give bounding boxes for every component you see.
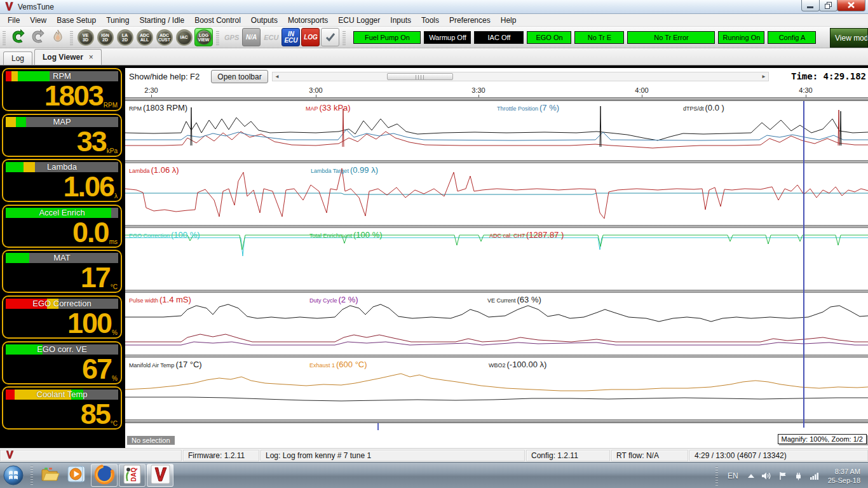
statusbar-section-3: Log: Log from kenny # 7 tune 1	[261, 450, 525, 461]
taskbar-file-explorer-button[interactable]	[38, 463, 62, 487]
menu-item-view[interactable]: View	[25, 15, 51, 26]
network-signal-icon[interactable]	[810, 471, 820, 480]
signal-name: dTPS/dt	[683, 105, 704, 112]
adc-cust-button[interactable]: ADCCUST	[155, 28, 173, 46]
reload-green-arrow-icon	[10, 28, 26, 46]
taskbar-idaq-button[interactable]: DAQ	[119, 464, 146, 487]
log-view-button[interactable]: LOGVIEW	[194, 28, 213, 46]
menu-item-file[interactable]: File	[3, 15, 25, 26]
taskbar-grip[interactable]	[31, 466, 33, 485]
gauge-sidebar: RPM1803RPMMAP33kPaLambda1.06λAccel Enric…	[0, 65, 125, 448]
menu-item-help[interactable]: Help	[496, 15, 522, 26]
menu-item-starting-idle[interactable]: Starting / Idle	[134, 15, 189, 26]
reload-active-button[interactable]	[9, 28, 27, 46]
scroll-left-icon[interactable]: ◄	[275, 74, 280, 79]
menu-item-outputs[interactable]: Outputs	[246, 15, 283, 26]
signal-label-total-enrichment: Total Enrichment(100 %)	[309, 230, 383, 240]
ign-2d-button[interactable]: IGN2D	[96, 28, 114, 46]
adc-all-button[interactable]: ADCALL	[135, 28, 154, 46]
scrollbar-thumb[interactable]	[387, 73, 453, 80]
gauge-reading: 85°C	[81, 400, 118, 428]
ve-3d-button[interactable]: VE3D	[76, 28, 95, 46]
toolbar-grip[interactable]	[216, 30, 219, 45]
log-chart-area[interactable]: Show/hide help: F2 Open toolbar ◄ ► Time…	[125, 68, 868, 448]
menu-item-ecu-logger[interactable]: ECU Logger	[333, 15, 385, 26]
in-ecu-button[interactable]: INECU	[281, 28, 300, 46]
restore-button[interactable]	[819, 0, 837, 11]
burn-button[interactable]	[48, 28, 67, 46]
menu-item-inputs[interactable]: Inputs	[385, 15, 416, 26]
menu-item-motorsports[interactable]: Motorsports	[283, 15, 333, 26]
action-center-flag-icon[interactable]	[778, 471, 787, 480]
confirm-check-button[interactable]	[321, 28, 339, 46]
view-mode-button[interactable]: View mod	[830, 28, 868, 48]
taskbar-media-player-button[interactable]	[65, 463, 89, 487]
menu-item-tools[interactable]: Tools	[416, 15, 444, 26]
windows-start-button[interactable]	[1, 463, 25, 487]
help-hint-text: Show/hide help: F2	[129, 72, 200, 81]
tab-label: Log	[11, 54, 24, 63]
chart-cursor-line[interactable]	[803, 101, 804, 428]
scroll-right-icon[interactable]: ►	[761, 74, 766, 79]
taskbar-firefox-button[interactable]	[91, 464, 118, 487]
status-running-on[interactable]: Running On	[718, 31, 764, 44]
toolbar-grip[interactable]	[3, 30, 6, 45]
status-ego-on[interactable]: EGO On	[527, 31, 571, 44]
log-button[interactable]: LOG	[301, 28, 320, 46]
ign-2d-icon: IGN2D	[97, 29, 114, 46]
la-2d-button[interactable]: LA2D	[116, 28, 134, 46]
taskbar-clock[interactable]: 8:37 AM 25-Sep-18	[828, 467, 860, 485]
tab-log[interactable]: Log	[3, 51, 32, 65]
status-no-tr-e[interactable]: No Tr E	[574, 31, 624, 44]
close-button[interactable]	[837, 0, 865, 11]
panel-separator	[125, 419, 868, 423]
toolbar-grip[interactable]	[342, 30, 346, 45]
power-plug-icon[interactable]	[794, 471, 803, 480]
gauge-mat: MAT17°C	[2, 250, 122, 293]
iac-button[interactable]: IAC	[175, 28, 193, 46]
menu-item-tuning[interactable]: Tuning	[101, 15, 134, 26]
menu-item-preferences[interactable]: Preferences	[444, 15, 496, 26]
reload-inactive-button[interactable]	[29, 28, 47, 46]
signal-value: (0.0 )	[705, 103, 724, 112]
statusbar-text: Config: 1.2.11	[531, 451, 578, 460]
gauge-unit: kPa	[107, 147, 118, 154]
minimize-button[interactable]	[801, 0, 820, 11]
gauge-accel-enrich: Accel Enrich0.0ms	[2, 205, 122, 248]
taskbar-vemstune-button[interactable]	[147, 464, 173, 487]
gauge-reading: 67%	[82, 355, 118, 383]
volume-icon[interactable]	[761, 471, 772, 480]
status-fuel-pump-on[interactable]: Fuel Pump On	[353, 31, 421, 44]
media-player-icon	[67, 465, 86, 485]
gauge-map: MAP33kPa	[2, 114, 122, 157]
status-no-tr-error[interactable]: No Tr Error	[627, 31, 715, 44]
gauge-value: 17	[81, 264, 110, 292]
toolbar-grip[interactable]	[70, 30, 73, 45]
signal-value: (7 %)	[539, 103, 559, 112]
gauge-value: 1803	[44, 82, 103, 110]
chart-horizontal-scrollbar[interactable]: ◄ ►	[272, 72, 769, 81]
selection-marker	[377, 423, 379, 430]
ve-3d-icon: VE3D	[78, 29, 94, 46]
open-toolbar-button[interactable]: Open toolbar	[211, 70, 268, 83]
tray-grip[interactable]	[715, 466, 718, 485]
language-indicator[interactable]: EN	[728, 471, 738, 480]
ecu-button[interactable]: ECU	[261, 34, 281, 41]
menu-item-base-setup[interactable]: Base Setup	[51, 15, 101, 26]
cursor-time-label: Time: 4:29.182	[791, 71, 866, 81]
status-config-a[interactable]: Config A	[768, 31, 816, 44]
signal-label-lambda: Lambda(1.06 λ)	[129, 165, 179, 175]
n-a-button[interactable]: N/A	[242, 28, 261, 46]
gps-button[interactable]: GPS	[222, 34, 241, 41]
status-iac-off[interactable]: IAC Off	[474, 31, 524, 44]
status-warmup-off[interactable]: Warmup Off	[424, 31, 471, 44]
statusbar-text: Log: Log from kenny # 7 tune 1	[266, 451, 371, 460]
statusbar-section-1	[0, 450, 182, 461]
menu-item-boost-control[interactable]: Boost Control	[189, 15, 246, 26]
tab-close-icon[interactable]: ×	[89, 53, 93, 62]
caret-up-icon[interactable]	[747, 473, 755, 479]
signal-value: (2 %)	[339, 295, 358, 304]
tab-log-viewer[interactable]: Log Viewer×	[34, 49, 102, 65]
timeline-tick-label: 3:30	[471, 86, 485, 94]
statusbar-text: 4:29 / 13:00 (4607 / 13342)	[695, 451, 787, 460]
